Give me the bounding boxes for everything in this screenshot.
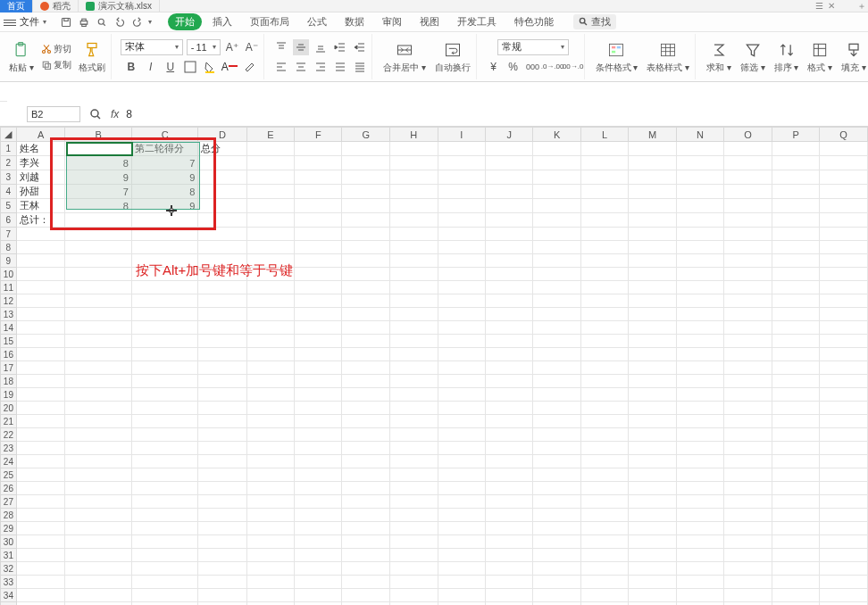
cell-K16[interactable] (533, 348, 580, 361)
cell-O25[interactable] (724, 468, 772, 482)
cell-B6[interactable] (65, 213, 132, 228)
cell-I27[interactable] (438, 495, 485, 509)
row-header-25[interactable]: 25 (1, 468, 17, 482)
cell-H1[interactable] (390, 142, 438, 156)
cell-O31[interactable] (724, 549, 772, 562)
cell-D14[interactable] (198, 321, 246, 335)
cell-I7[interactable] (438, 228, 485, 241)
cell-A6[interactable]: 总计： (16, 213, 65, 228)
cell-F15[interactable] (295, 335, 342, 348)
cell-D12[interactable] (198, 294, 246, 308)
file-menu-dropdown-icon[interactable]: ▾ (43, 18, 46, 26)
cell-L32[interactable] (580, 562, 628, 576)
cell-H23[interactable] (390, 442, 438, 455)
cell-O28[interactable] (724, 509, 772, 522)
cell-M24[interactable] (629, 455, 677, 468)
cell-H28[interactable] (390, 509, 438, 522)
cell-J12[interactable] (485, 294, 532, 308)
col-header-I[interactable]: I (438, 128, 485, 142)
row-header-2[interactable]: 2 (1, 156, 17, 170)
cell-D16[interactable] (198, 348, 246, 361)
cell-J25[interactable] (485, 468, 532, 482)
cell-L8[interactable] (580, 241, 628, 254)
cell-D6[interactable] (198, 213, 246, 228)
cell-K8[interactable] (533, 241, 580, 254)
cell-N16[interactable] (676, 348, 724, 361)
cell-G17[interactable] (342, 361, 390, 375)
cell-B24[interactable] (65, 455, 132, 468)
cell-H9[interactable] (390, 254, 438, 268)
cell-O18[interactable] (724, 375, 772, 388)
col-header-Q[interactable]: Q (820, 128, 868, 142)
cell-P30[interactable] (772, 535, 819, 549)
cell-F32[interactable] (295, 562, 342, 576)
cell-F31[interactable] (295, 549, 342, 562)
col-header-O[interactable]: O (724, 128, 772, 142)
cell-C13[interactable] (131, 308, 198, 321)
cell-F30[interactable] (295, 535, 342, 549)
cell-B8[interactable] (65, 241, 132, 254)
cell-I26[interactable] (438, 482, 485, 495)
row-header-31[interactable]: 31 (1, 549, 17, 562)
cell-J9[interactable] (485, 254, 532, 268)
cell-C32[interactable] (131, 562, 198, 576)
cell-E21[interactable] (246, 415, 294, 428)
number-format-select[interactable]: 常规▾ (497, 39, 569, 55)
cell-J11[interactable] (485, 281, 532, 294)
cell-Q28[interactable] (820, 509, 868, 522)
cell-N12[interactable] (676, 294, 724, 308)
print-icon[interactable] (77, 15, 91, 29)
cell-N35[interactable] (676, 602, 724, 606)
cell-I28[interactable] (438, 509, 485, 522)
cell-Q35[interactable] (820, 602, 868, 606)
cell-B33[interactable] (65, 576, 132, 589)
cell-I10[interactable] (438, 268, 485, 281)
cell-K23[interactable] (533, 442, 580, 455)
cell-J14[interactable] (485, 321, 532, 335)
save-icon[interactable] (59, 15, 73, 29)
cell-M35[interactable] (629, 602, 677, 606)
align-right-icon[interactable] (313, 59, 329, 75)
cell-C19[interactable] (131, 388, 198, 402)
cell-F22[interactable] (295, 428, 342, 442)
cell-G18[interactable] (342, 375, 390, 388)
ribbon-tab-special[interactable]: 特色功能 (507, 13, 561, 30)
cell-H34[interactable] (390, 589, 438, 602)
cell-P8[interactable] (772, 241, 819, 254)
cell-K26[interactable] (533, 482, 580, 495)
cell-G28[interactable] (342, 509, 390, 522)
cell-J16[interactable] (485, 348, 532, 361)
row-header-33[interactable]: 33 (1, 576, 17, 589)
cell-Q27[interactable] (820, 495, 868, 509)
cell-O6[interactable] (724, 213, 772, 228)
cell-P25[interactable] (772, 468, 819, 482)
cell-D31[interactable] (198, 549, 246, 562)
cell-D26[interactable] (198, 482, 246, 495)
cell-A17[interactable] (16, 361, 65, 375)
cell-H14[interactable] (390, 321, 438, 335)
row-header-32[interactable]: 32 (1, 562, 17, 576)
cell-M7[interactable] (629, 228, 677, 241)
cell-Q7[interactable] (820, 228, 868, 241)
ribbon-tab-insert[interactable]: 插入 (205, 13, 239, 30)
cell-K5[interactable] (533, 199, 580, 213)
cell-L6[interactable] (580, 213, 628, 228)
cell-E14[interactable] (246, 321, 294, 335)
cell-C18[interactable] (131, 375, 198, 388)
row-header-28[interactable]: 28 (1, 509, 17, 522)
cell-N4[interactable] (676, 185, 724, 199)
cell-G4[interactable] (342, 185, 390, 199)
cell-M33[interactable] (629, 576, 677, 589)
cell-O23[interactable] (724, 442, 772, 455)
cell-Q13[interactable] (820, 308, 868, 321)
distribute-icon[interactable] (352, 59, 368, 75)
cell-E2[interactable] (246, 156, 294, 170)
cell-N3[interactable] (676, 170, 724, 185)
cell-A15[interactable] (16, 335, 65, 348)
cell-F34[interactable] (295, 589, 342, 602)
cell-N29[interactable] (676, 522, 724, 535)
cell-B3[interactable]: 9 (65, 170, 132, 185)
cell-G22[interactable] (342, 428, 390, 442)
cell-B14[interactable] (65, 321, 132, 335)
cell-I35[interactable] (438, 602, 485, 606)
